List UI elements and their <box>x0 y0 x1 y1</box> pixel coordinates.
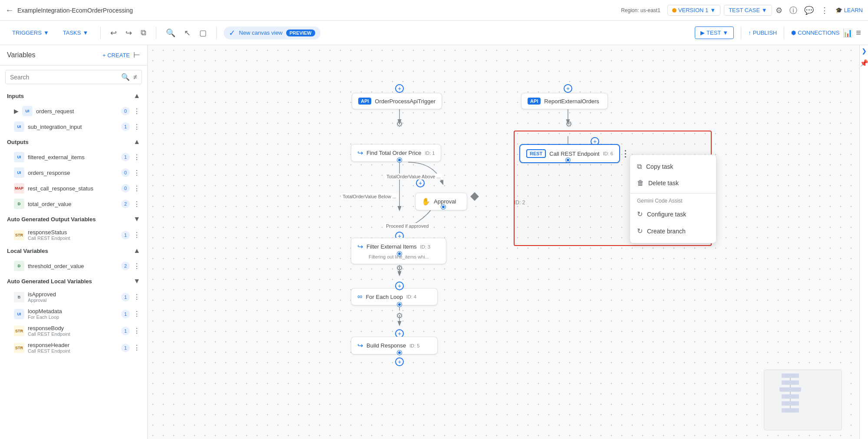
settings-icon[interactable]: ⚙ <box>776 6 782 15</box>
list-item[interactable]: UI loopMetadata For Each Loop 1 ⋮ <box>0 305 147 322</box>
var-menu-icon[interactable]: ⋮ <box>133 310 140 318</box>
find-total-node[interactable]: ↪ Find Total Order Price ID: 1 <box>351 144 441 162</box>
right-panel: ❮ 📌 <box>859 45 868 439</box>
menu-icon[interactable]: ≡ <box>856 28 861 38</box>
list-item[interactable]: STR responseBody Call REST Endpoint 1 ⋮ <box>0 322 147 339</box>
gear-node-1[interactable]: ⚙ <box>393 118 406 130</box>
outputs-section-header[interactable]: Outputs ▲ <box>0 134 147 149</box>
delete-task-item[interactable]: 🗑 Delete task <box>630 175 716 191</box>
var-badge: STR <box>14 326 24 336</box>
grid-icon[interactable]: ⧉ <box>138 26 149 40</box>
cursor-icon[interactable]: ↖ <box>182 26 193 40</box>
inputs-section-header[interactable]: Inputs ▲ <box>0 88 147 103</box>
var-menu-icon[interactable]: ⋮ <box>133 153 140 161</box>
var-menu-icon[interactable]: ⋮ <box>133 327 140 335</box>
auto-locals-title: Auto Generated Local Variables <box>7 278 133 285</box>
list-item[interactable]: ▶ UI orders_request 0 ⋮ <box>0 103 147 119</box>
expand-arrow[interactable]: ▶ <box>14 108 19 115</box>
var-menu-icon[interactable]: ⋮ <box>133 169 140 177</box>
add-after-build-button[interactable]: + <box>395 357 404 366</box>
redo-icon[interactable]: ↪ <box>123 26 135 40</box>
rest-badge: REST <box>526 149 546 158</box>
zoom-icon[interactable]: 🔍 <box>163 26 178 40</box>
gear-node-4[interactable]: ⚙ <box>393 310 406 322</box>
foreach-node[interactable]: ∞ For Each Loop ID: 4 <box>351 288 438 305</box>
var-badge: UI <box>14 167 24 178</box>
list-item[interactable]: STR responseStatus Call REST Endpoint 1 … <box>0 226 147 243</box>
test-case-button[interactable]: TEST CASE ▼ <box>724 5 772 16</box>
toolbar-right: ▶ TEST ▼ ↑ PUBLISH ⬢ CONNECTIONS 📊 ≡ <box>695 26 861 39</box>
create-button[interactable]: + CREATE <box>102 52 130 59</box>
expand-panel-button[interactable]: ❮ <box>861 49 867 56</box>
search-input[interactable] <box>10 74 118 81</box>
api-trigger-2-node[interactable]: API ReportExternalOrders <box>521 93 608 109</box>
connections-button[interactable]: ⬢ CONNECTIONS <box>791 29 839 36</box>
list-item[interactable]: D threshold_order_value 2 ⋮ <box>0 258 147 274</box>
var-count: 1 <box>121 310 130 318</box>
list-item[interactable]: B isApproved Approval 1 ⋮ <box>0 288 147 305</box>
var-menu-icon[interactable]: ⋮ <box>133 231 140 239</box>
locals-section-header[interactable]: Local Variables ▲ <box>0 243 147 258</box>
node-title: ReportExternalOrders <box>544 98 599 105</box>
edge-label-below: TotalOrderValue Below ... <box>341 193 398 200</box>
canvas-toggle[interactable]: ✓ New canvas view PREVIEW <box>224 26 320 39</box>
copy-task-item[interactable]: ⧉ Copy task <box>630 158 716 175</box>
version-selector[interactable]: VERSION 1 ▼ <box>667 5 720 16</box>
var-name: orders_request <box>36 108 118 115</box>
api-trigger-1-node[interactable]: API OrderProcessApiTrigger <box>352 93 442 109</box>
test-button[interactable]: ▶ TEST ▼ <box>695 26 734 39</box>
back-button[interactable]: ← <box>5 5 14 15</box>
var-sub: Call REST Endpoint <box>28 236 118 241</box>
list-item[interactable]: D total_order_value 2 ⋮ <box>0 196 147 212</box>
var-menu-icon[interactable]: ⋮ <box>133 184 140 193</box>
list-item[interactable]: UI filtered_external_items 1 ⋮ <box>0 149 147 165</box>
collapse-sidebar-button[interactable]: ⊢ <box>133 50 140 60</box>
create-branch-item[interactable]: ↻ Create branch <box>630 223 716 239</box>
left-sidebar: Variables + CREATE ⊢ 🔍 ≠ Inputs ▲ ▶ UI o… <box>0 45 148 439</box>
var-menu-icon[interactable]: ⋮ <box>133 293 140 301</box>
sidebar-title: Variables <box>7 51 99 59</box>
var-menu-icon[interactable]: ⋮ <box>133 344 140 352</box>
auto-locals-section-header[interactable]: Auto Generated Local Variables ▼ <box>0 274 147 288</box>
publish-button[interactable]: ↑ PUBLISH <box>748 29 777 36</box>
list-item[interactable]: STR responseHeader Call REST Endpoint 1 … <box>0 339 147 356</box>
canvas-view-icon[interactable]: ▢ <box>197 26 209 40</box>
chat-icon[interactable]: 💬 <box>804 6 814 15</box>
var-menu-icon[interactable]: ⋮ <box>133 107 140 115</box>
more-vert-icon[interactable]: ⋮ <box>821 6 828 15</box>
list-item[interactable]: UI sub_integration_input 1 ⋮ <box>0 119 147 134</box>
var-menu-icon[interactable]: ⋮ <box>133 262 140 270</box>
var-name: rest_call_response_status <box>28 185 118 192</box>
info-icon[interactable]: ⓘ <box>789 5 797 16</box>
gear-node-2[interactable]: ⚙ <box>563 118 575 130</box>
rest-node-menu-button[interactable]: ⋮ <box>621 148 630 159</box>
filter-node[interactable]: ↪ Filter External Items ID: 3 Filtering … <box>351 238 446 264</box>
toolbar-divider-1 <box>100 27 101 39</box>
toolbar: TRIGGERS ▼ TASKS ▼ ↩ ↪ ⧉ 🔍 ↖ ▢ ✓ New can… <box>0 21 868 45</box>
build-node[interactable]: ↪ Build Response ID: 5 <box>351 337 438 354</box>
add-trigger-button-1[interactable]: + <box>395 84 404 93</box>
var-sub: Approval <box>28 298 118 303</box>
add-trigger-button-2[interactable]: + <box>564 84 572 93</box>
var-menu-icon[interactable]: ⋮ <box>133 200 140 208</box>
chart-icon[interactable]: 📊 <box>843 28 852 38</box>
var-menu-icon[interactable]: ⋮ <box>133 123 140 131</box>
tasks-button[interactable]: TASKS ▼ <box>58 27 94 39</box>
sidebar-content: Inputs ▲ ▶ UI orders_request 0 ⋮ UI sub_… <box>0 88 147 439</box>
node-title: Approval <box>434 198 456 205</box>
list-item[interactable]: UI orders_response 0 ⋮ <box>0 165 147 180</box>
triggers-button[interactable]: TRIGGERS ▼ <box>7 27 54 39</box>
undo-icon[interactable]: ↩ <box>108 26 119 40</box>
auto-outputs-section-header[interactable]: Auto Generated Output Variables ▼ <box>0 212 147 226</box>
add-before-foreach-button[interactable]: + <box>395 282 404 290</box>
var-name: loopMetadata <box>28 308 118 315</box>
configure-icon: ↻ <box>637 210 643 218</box>
toolbar-divider-2 <box>156 27 156 39</box>
list-item[interactable]: MAP rest_call_response_status 0 ⋮ <box>0 180 147 196</box>
filter-icon[interactable]: ≠ <box>133 73 137 81</box>
svg-rect-12 <box>782 394 799 399</box>
canvas-area[interactable]: + + ⚙ ⚙ ⚙ ⚙ API OrderProcessApiTrigger A… <box>148 45 859 439</box>
learn-button[interactable]: 🎓 LEARN <box>835 7 863 13</box>
add-between-button[interactable]: + <box>416 179 425 187</box>
configure-task-item[interactable]: ↻ Configure task <box>630 206 716 223</box>
